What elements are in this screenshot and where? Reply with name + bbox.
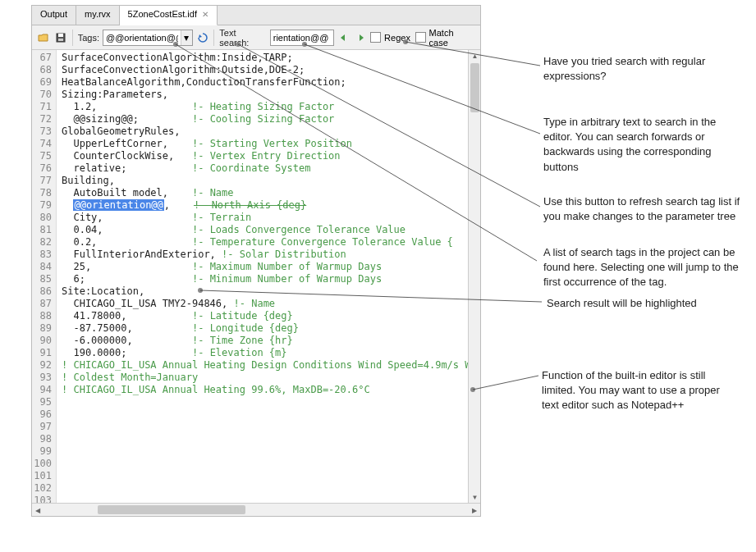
svg-line-14 [473, 376, 538, 390]
editor-window: Output my.rvx 5ZoneCostEst.idf✕ Tags: ▾ … [31, 5, 481, 517]
scroll-down-icon[interactable]: ▼ [469, 491, 481, 503]
regex-checkbox[interactable] [370, 32, 381, 43]
scroll-thumb-h[interactable] [98, 505, 245, 514]
regex-label: Regex [384, 33, 410, 43]
tab-myrvx[interactable]: my.rvx [76, 6, 120, 25]
scroll-left-icon[interactable]: ◀ [32, 504, 44, 517]
horizontal-scrollbar[interactable]: ◀ ▶ [32, 503, 480, 516]
open-icon[interactable] [35, 30, 51, 46]
annotation-editor-limits: Function of the built-in editor is still… [542, 368, 739, 413]
annotation-tags: A list of search tags in the project can… [543, 245, 740, 290]
vertical-scrollbar[interactable]: ▲ ▼ [468, 50, 480, 503]
scroll-thumb[interactable] [470, 63, 479, 112]
tags-input[interactable] [103, 33, 181, 43]
tags-label: Tags: [78, 33, 99, 43]
code-editor[interactable]: 6768697071727374757677787980818283848586… [32, 50, 480, 503]
matchcase-checkbox[interactable] [415, 32, 426, 43]
search-prev-icon[interactable] [336, 30, 351, 46]
refresh-icon[interactable] [195, 30, 210, 46]
save-icon[interactable] [53, 30, 68, 46]
scroll-right-icon[interactable]: ▶ [469, 504, 480, 517]
tab-5zone[interactable]: 5ZoneCostEst.idf✕ [120, 6, 218, 25]
tab-bar: Output my.rvx 5ZoneCostEst.idf✕ [32, 6, 480, 25]
line-gutter: 6768697071727374757677787980818283848586… [32, 50, 57, 503]
tab-output[interactable]: Output [32, 6, 76, 25]
annotation-highlight: Search result will be highlighted [547, 296, 735, 311]
svg-rect-2 [58, 39, 63, 41]
matchcase-label: Match case [429, 28, 474, 48]
annotation-textsearch: Type in arbitrary text to search in the … [543, 115, 740, 175]
separator [72, 30, 73, 46]
code-content[interactable]: SurfaceConvectionAlgorithm:Inside,TARP;S… [57, 50, 480, 503]
textsearch-input[interactable] [270, 30, 334, 46]
annotation-regex: Have you tried search with regular expre… [543, 54, 732, 84]
scroll-up-icon[interactable]: ▲ [469, 50, 481, 62]
toolbar: Tags: ▾ Text search: Regex Match case [32, 25, 480, 50]
search-next-icon[interactable] [353, 30, 369, 46]
separator [213, 30, 214, 46]
close-tab-icon[interactable]: ✕ [202, 10, 208, 19]
annotation-refresh: Use this button to refresh search tag li… [543, 194, 740, 224]
textsearch-label: Text search: [219, 28, 266, 48]
svg-rect-1 [58, 34, 63, 37]
tags-combo[interactable]: ▾ [103, 30, 193, 46]
chevron-down-icon[interactable]: ▾ [181, 30, 192, 45]
